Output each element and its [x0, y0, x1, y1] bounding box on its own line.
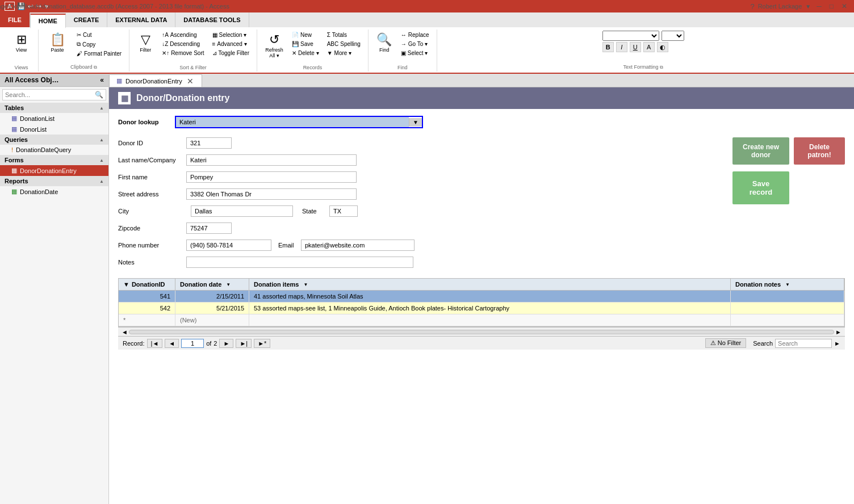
nav-label-donationlist: DonationList: [20, 115, 55, 122]
first-name-input[interactable]: [186, 171, 357, 183]
spelling-btn[interactable]: ABC Spelling: [324, 40, 363, 48]
italic-btn[interactable]: I: [616, 42, 627, 52]
notes-input[interactable]: [186, 257, 413, 268]
font-size-select[interactable]: [662, 31, 684, 41]
scroll-right-btn[interactable]: ►: [834, 329, 843, 335]
tab-external-data[interactable]: EXTERNAL DATA: [107, 12, 175, 27]
search-box[interactable]: 🔍: [2, 89, 106, 100]
search-input[interactable]: [5, 91, 95, 98]
minimize-btn[interactable]: ─: [814, 2, 824, 10]
toggle-filter-btn[interactable]: ⊿ Toggle Filter: [210, 49, 252, 57]
col-header-donation-date[interactable]: Donation date ▼: [175, 279, 249, 290]
ribbon: FILE HOME CREATE EXTERNAL DATA DATABASE …: [0, 12, 854, 74]
table-icon-donorlist: ▦: [11, 125, 17, 133]
col-header-donation-notes[interactable]: Donation notes ▼: [731, 279, 844, 290]
form-tab-donordonationentry[interactable]: ▦ DonorDonationEntry ✕: [109, 74, 202, 87]
scroll-right-end[interactable]: ►: [834, 340, 840, 347]
street-input[interactable]: [186, 188, 357, 200]
city-input[interactable]: [191, 205, 293, 217]
nav-section-queries[interactable]: Queries ▲: [0, 135, 108, 145]
paste-btn[interactable]: 📋 Paste: [43, 31, 72, 54]
save-record-btn[interactable]: 💾 Save: [289, 40, 322, 48]
form-tab-icon: ▦: [116, 77, 122, 85]
grid-row-542[interactable]: 542 5/21/2015 53 assorted maps-see list,…: [119, 303, 844, 314]
bold-btn[interactable]: B: [602, 42, 614, 52]
tab-create[interactable]: CREATE: [66, 12, 107, 27]
search-nav-input[interactable]: [775, 339, 832, 348]
filter-btn[interactable]: ▽ Filter: [134, 31, 157, 54]
grid-row-new[interactable]: * (New): [119, 314, 844, 326]
left-nav-header[interactable]: All Access Obj… «: [0, 74, 108, 87]
nav-item-donationlist[interactable]: ▦ DonationList: [0, 113, 108, 124]
refresh-all-btn[interactable]: ↺ RefreshAll ▾: [262, 31, 287, 60]
nav-collapse-icon[interactable]: «: [100, 76, 104, 84]
email-input[interactable]: [301, 240, 415, 251]
advanced-btn[interactable]: ≡ Advanced ▾: [210, 40, 252, 48]
totals-btn[interactable]: Σ Totals: [324, 31, 363, 39]
delete-record-btn[interactable]: ✕ Delete ▾: [289, 49, 322, 57]
nav-new-btn[interactable]: ►*: [254, 339, 270, 348]
donor-lookup-input[interactable]: [176, 117, 409, 127]
nav-last-btn[interactable]: ►|: [236, 339, 252, 348]
zipcode-input[interactable]: [186, 222, 232, 234]
grid-row-541[interactable]: 541 2/15/2011 41 assorted maps, Minnesot…: [119, 291, 844, 303]
tab-file[interactable]: FILE: [0, 12, 30, 27]
selection-btn[interactable]: ▦ Selection ▾: [210, 31, 252, 39]
font-color-btn[interactable]: A: [643, 42, 655, 52]
form-tab-close-btn[interactable]: ✕: [186, 77, 195, 86]
phone-input[interactable]: [186, 240, 271, 251]
nav-item-donationdate[interactable]: ▦ DonationDate: [0, 186, 108, 197]
help-btn[interactable]: ?: [750, 2, 754, 11]
maximize-btn[interactable]: □: [827, 2, 836, 10]
delete-icon: ✕: [292, 50, 296, 56]
clipboard-group-label: Clipboard ⧉: [70, 64, 97, 70]
save-record-button[interactable]: Save record: [732, 171, 789, 204]
search-nav-label: Search: [753, 340, 773, 347]
nav-item-donationdatequery[interactable]: ! DonationDateQuery: [0, 145, 108, 155]
new-record-btn[interactable]: 📄 New: [289, 31, 322, 39]
user-chevron[interactable]: ▼: [805, 3, 811, 10]
nav-item-donordonationentry[interactable]: ▦ DonorDonationEntry: [0, 165, 108, 176]
delete-patron-button[interactable]: Delete patron!: [794, 137, 845, 165]
current-record-input[interactable]: [181, 339, 204, 348]
tab-home[interactable]: HOME: [30, 14, 66, 28]
more-btn[interactable]: ▼ More ▾: [324, 49, 363, 57]
bg-color-btn[interactable]: ◐: [657, 42, 668, 52]
nav-next-btn[interactable]: ►: [219, 339, 233, 348]
select-btn[interactable]: ▣ Select ▾: [398, 49, 432, 57]
goto-btn[interactable]: → Go To ▾: [398, 40, 432, 48]
view-btn[interactable]: ⊞ View: [11, 31, 32, 54]
create-new-donor-button[interactable]: Create new donor: [732, 137, 789, 165]
nav-item-donorlist[interactable]: ▦ DonorList: [0, 124, 108, 135]
scroll-left-btn[interactable]: ◄: [120, 329, 129, 335]
nav-first-btn[interactable]: |◄: [147, 339, 163, 348]
ascending-btn[interactable]: ↑A Ascending: [159, 31, 207, 39]
donor-lookup-dropdown-arrow[interactable]: ▼: [409, 118, 422, 127]
nav-section-forms[interactable]: Forms ▲: [0, 155, 108, 165]
state-input[interactable]: [329, 205, 358, 217]
find-btn[interactable]: 🔍 Find: [373, 31, 396, 54]
replace-btn[interactable]: ↔ Replace: [398, 31, 432, 39]
copy-btn[interactable]: ⧉ Copy: [74, 40, 124, 49]
nav-section-tables[interactable]: Tables ▲: [0, 103, 108, 113]
records-group-label: Records: [303, 65, 323, 70]
font-family-select[interactable]: [602, 31, 659, 41]
last-name-input[interactable]: [186, 154, 357, 166]
horizontal-scrollbar[interactable]: ◄ ►: [118, 327, 845, 336]
remove-sort-btn[interactable]: ✕↑ Remove Sort: [159, 49, 207, 57]
donor-lookup-combo[interactable]: ▼: [175, 116, 423, 128]
donor-id-input[interactable]: [186, 137, 232, 149]
underline-btn[interactable]: U: [630, 42, 641, 52]
tab-database-tools[interactable]: DATABASE TOOLS: [175, 12, 249, 27]
cut-btn[interactable]: ✂ Cut: [74, 31, 124, 39]
no-filter-btn[interactable]: ⚠ No Filter: [705, 338, 747, 348]
scroll-track[interactable]: [129, 330, 834, 334]
close-btn[interactable]: ✕: [839, 2, 849, 10]
nav-section-reports[interactable]: Reports ▲: [0, 176, 108, 186]
format-painter-btn[interactable]: 🖌 Format Painter: [74, 49, 124, 58]
col-header-donation-items[interactable]: Donation items ▼: [249, 279, 731, 290]
nav-prev-btn[interactable]: ◄: [165, 339, 179, 348]
ribbon-group-sort-filter: ▽ Filter ↑A Ascending ↓Z Descending ✕↑ R…: [129, 30, 257, 72]
col-header-donation-id[interactable]: ▼ DonationID: [119, 279, 175, 290]
descending-btn[interactable]: ↓Z Descending: [159, 40, 207, 48]
